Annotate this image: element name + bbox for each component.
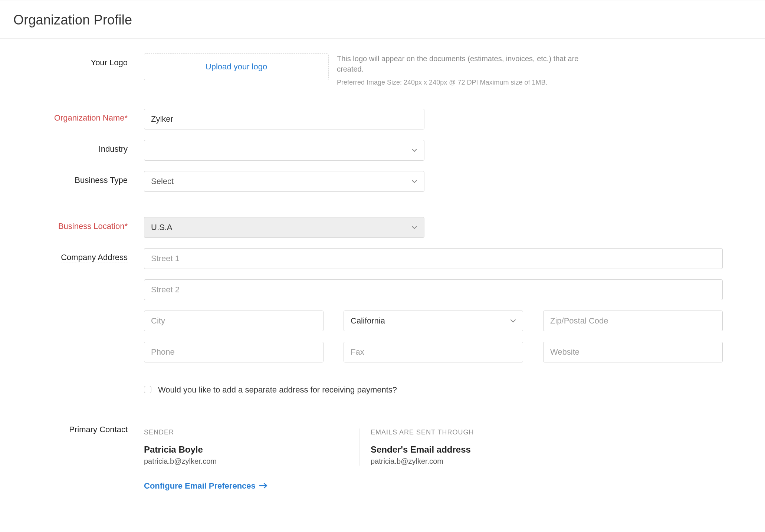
city-input[interactable] <box>144 311 324 331</box>
industry-select[interactable] <box>144 140 424 161</box>
industry-label: Industry <box>13 140 144 154</box>
page-header: Organization Profile <box>0 0 765 39</box>
business-type-value: Select <box>151 177 174 186</box>
street2-input[interactable] <box>144 279 723 300</box>
fax-input[interactable] <box>344 342 523 362</box>
sender-heading: SENDER <box>144 428 337 436</box>
upload-logo-link[interactable]: Upload your logo <box>206 62 267 72</box>
configure-email-link[interactable]: Configure Email Preferences <box>144 481 267 491</box>
sent-through-email: patricia.b@zylker.com <box>371 457 474 466</box>
separate-address-checkbox[interactable] <box>144 386 151 393</box>
website-input[interactable] <box>543 342 723 362</box>
state-value: California <box>351 316 385 326</box>
org-name-label: Organization Name* <box>13 109 144 123</box>
upload-logo-box[interactable]: Upload your logo <box>144 53 329 80</box>
sender-email: patricia.b@zylker.com <box>144 457 337 466</box>
chevron-down-icon <box>411 224 417 230</box>
org-name-input[interactable] <box>144 109 424 129</box>
page-title: Organization Profile <box>13 12 752 28</box>
logo-hint-line1: This logo will appear on the documents (… <box>337 53 604 74</box>
zip-input[interactable] <box>543 311 723 331</box>
chevron-down-icon <box>411 178 417 184</box>
logo-label: Your Logo <box>13 53 144 68</box>
logo-hint-line2: Preferred Image Size: 240px x 240px @ 72… <box>337 78 604 87</box>
sent-through-name: Sender's Email address <box>371 444 474 455</box>
business-location-value: U.S.A <box>151 223 172 232</box>
street1-input[interactable] <box>144 248 723 269</box>
business-location-select[interactable]: U.S.A <box>144 217 424 238</box>
chevron-down-icon <box>510 318 516 324</box>
phone-input[interactable] <box>144 342 324 362</box>
state-select[interactable]: California <box>344 311 523 331</box>
chevron-down-icon <box>411 147 417 153</box>
configure-email-text: Configure Email Preferences <box>144 481 256 491</box>
sent-through-heading: EMAILS ARE SENT THROUGH <box>371 428 474 436</box>
business-type-label: Business Type <box>13 171 144 185</box>
sender-name: Patricia Boyle <box>144 444 337 455</box>
arrow-right-icon <box>259 481 267 491</box>
business-location-label: Business Location* <box>13 217 144 231</box>
separate-address-label: Would you like to add a separate address… <box>158 384 397 396</box>
company-address-label: Company Address <box>13 248 144 262</box>
logo-hint: This logo will appear on the documents (… <box>337 53 604 87</box>
primary-contact-label: Primary Contact <box>13 425 144 434</box>
business-type-select[interactable]: Select <box>144 171 424 192</box>
